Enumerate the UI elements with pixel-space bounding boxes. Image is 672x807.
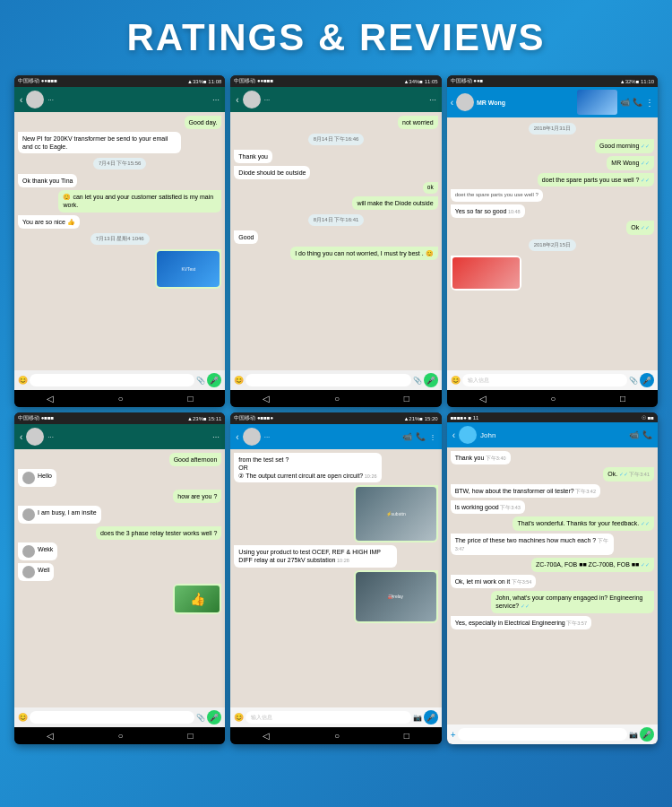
home-nav-5[interactable]: ○ xyxy=(334,731,340,741)
phone-screen-6: ■■■■● ■ 11 ☉ ■■ ‹ John 📹 📞 Thank you 下午3… xyxy=(447,412,658,744)
back-nav-4[interactable]: ◁ xyxy=(47,731,54,741)
avatar-1 xyxy=(26,91,44,108)
video-icon-6[interactable]: 📹 xyxy=(629,430,639,439)
avatar-2 xyxy=(243,91,261,108)
msg-6-3: BTW, how about the transformer oil teste… xyxy=(451,484,600,498)
nav-bar-4: ◁ ○ □ xyxy=(14,727,225,744)
attach-icon-4[interactable]: 📎 xyxy=(196,714,205,722)
camera-icon-5[interactable]: 📷 xyxy=(413,714,422,722)
back-icon-1[interactable]: ‹ xyxy=(20,95,22,105)
attach-icon-2[interactable]: 📎 xyxy=(413,377,422,385)
mic-button-5[interactable]: 🎤 xyxy=(424,710,438,725)
back-icon-3[interactable]: ‹ xyxy=(451,98,453,108)
camera-icon-6[interactable]: 📷 xyxy=(629,731,638,739)
emoji-icon-2[interactable]: 😊 xyxy=(234,376,244,385)
mic-button-1[interactable]: 🎤 xyxy=(207,373,221,387)
recent-nav-3[interactable]: □ xyxy=(620,394,625,404)
msg-6-8: Ok, let mi work on it 下午3:54 xyxy=(451,575,537,588)
mic-button-6[interactable]: 🎤 xyxy=(640,727,654,742)
mic-button-2[interactable]: 🎤 xyxy=(424,373,438,387)
chat-input-6[interactable] xyxy=(458,728,627,741)
back-nav-2[interactable]: ◁ xyxy=(263,394,270,404)
attach-icon-1[interactable]: 📎 xyxy=(196,377,205,385)
msg-3-5: Yes so far so good 10:48 xyxy=(451,204,525,218)
status-bar-2: 中国移动 ●●■■■ ▲34%■ 11:05 xyxy=(230,75,441,87)
msg-2-6: Good xyxy=(234,230,258,244)
chat-input-3[interactable]: 输入信息 xyxy=(462,374,627,386)
msg-3-4: doet the spare parts you use well ? xyxy=(451,189,543,202)
back-nav-5[interactable]: ◁ xyxy=(263,731,270,741)
recent-nav-4[interactable]: □ xyxy=(187,731,193,741)
avatar-6 xyxy=(459,426,477,444)
avatar-4-r4 xyxy=(22,566,35,578)
chat-body-6: Thank you 下午3:40 Ok. ✓✓ 下午3:41 BTW, how … xyxy=(447,447,658,725)
page-title: RATINGS & REVIEWS xyxy=(0,16,672,59)
chat-header-5: ‹ ··· 📹 📞 ⋮ xyxy=(230,424,441,449)
msg-6-6: The price of these two machines how much… xyxy=(451,534,614,555)
call-icon-3[interactable]: 📞 xyxy=(633,98,642,107)
back-nav-3[interactable]: ◁ xyxy=(479,394,487,404)
emoji-icon-5[interactable]: 😊 xyxy=(234,713,244,722)
home-nav-2[interactable]: ○ xyxy=(334,394,340,404)
substation-img-1: ⚡substtn xyxy=(356,487,436,541)
phone-screen-4: 中国移动 ●■■■ ▲23%■ 15:11 ‹ ··· ⋯ Good after… xyxy=(14,412,225,744)
msg-4-6: Wekk xyxy=(18,542,57,560)
add-icon-6[interactable]: + xyxy=(451,730,456,740)
chat-input-4[interactable] xyxy=(30,711,194,724)
menu-icon-2[interactable]: ⋯ xyxy=(429,96,436,104)
emoji-icon-3[interactable]: 😊 xyxy=(451,376,461,385)
phone-screen-3: 中国移动 ●●■ ▲32%■ 11:10 ‹ MR Wong 📹 📞 ⋮ 201… xyxy=(447,75,658,407)
home-nav-4[interactable]: ○ xyxy=(118,731,124,741)
chat-input-5[interactable]: 输入信息 xyxy=(246,711,410,724)
home-nav-3[interactable]: ○ xyxy=(550,394,556,404)
msg-4-3: how are you ? xyxy=(173,490,221,503)
page-header: RATINGS & REVIEWS xyxy=(0,0,672,70)
msg-2-1: not worried xyxy=(398,116,438,129)
video-icon-5[interactable]: 📹 xyxy=(402,432,412,441)
msg-1-image: KVTest xyxy=(155,249,221,289)
msg-1-1: Good day. xyxy=(185,116,222,129)
msg-5-2: Using your product to test OCEF, REF & H… xyxy=(234,545,397,567)
status-bar-4: 中国移动 ●■■■ ▲23%■ 15:11 xyxy=(14,412,225,424)
msg-4-4: I am busy, I am insite xyxy=(18,506,101,524)
chat-body-5: from the test set ?OR② The output curren… xyxy=(230,449,441,707)
recent-nav-2[interactable]: □ xyxy=(404,394,409,404)
menu-icon-5[interactable]: ⋮ xyxy=(429,433,436,441)
mic-button-4[interactable]: 🎤 xyxy=(207,710,221,725)
chat-header-2: ‹ ··· ⋯ xyxy=(230,87,441,112)
msg-5-1: from the test set ?OR② The output curren… xyxy=(234,453,381,482)
back-icon-2[interactable]: ‹ xyxy=(236,95,238,105)
chat-body-4: Good afternoon Hello how are you ? I am … xyxy=(14,449,225,707)
msg-6-9: John, what's your company engaged in? En… xyxy=(491,591,654,613)
chat-header-4: ‹ ··· ⋯ xyxy=(14,424,225,449)
status-bar-5: 中国移动 ●■■■● ▲21%■ 15:20 xyxy=(230,412,441,424)
chat-input-2[interactable] xyxy=(246,374,410,386)
menu-icon-3[interactable]: ⋮ xyxy=(645,98,654,108)
chat-body-2: not worried 8月14日 下午16:46 Thank you Diod… xyxy=(230,112,441,370)
recent-nav-5[interactable]: □ xyxy=(404,731,409,741)
attach-icon-3[interactable]: 📎 xyxy=(629,377,638,385)
video-icon-3[interactable]: 📹 xyxy=(620,98,630,107)
input-bar-2: 😊 📎 🎤 xyxy=(230,370,441,390)
chat-input-1[interactable] xyxy=(30,374,194,386)
emoji-icon-4[interactable]: 😊 xyxy=(18,713,28,722)
avatar-4-r3 xyxy=(22,545,35,558)
avatar-5 xyxy=(243,428,261,446)
back-nav-1[interactable]: ◁ xyxy=(47,394,54,404)
input-bar-3: 😊 输入信息 📎 🎤 xyxy=(447,370,658,390)
msg-4-7: Well xyxy=(18,563,54,581)
back-icon-4[interactable]: ‹ xyxy=(20,432,22,442)
emoji-icon-1[interactable]: 😊 xyxy=(18,376,28,385)
msg-1-3: Ok thank you Tina xyxy=(18,174,77,187)
home-nav-1[interactable]: ○ xyxy=(118,394,124,404)
call-icon-5[interactable]: 📞 xyxy=(416,432,426,441)
mic-button-3[interactable]: 🎤 xyxy=(640,373,654,387)
menu-icon-1[interactable]: ⋯ xyxy=(212,96,220,104)
call-icon-6[interactable]: 📞 xyxy=(642,430,652,439)
back-icon-5[interactable]: ‹ xyxy=(236,432,238,442)
menu-icon-4[interactable]: ⋯ xyxy=(212,433,220,441)
avatar-4-r2 xyxy=(22,508,35,521)
recent-nav-1[interactable]: □ xyxy=(187,394,193,404)
back-icon-6[interactable]: ‹ xyxy=(452,430,455,440)
avatar-3 xyxy=(456,93,474,111)
